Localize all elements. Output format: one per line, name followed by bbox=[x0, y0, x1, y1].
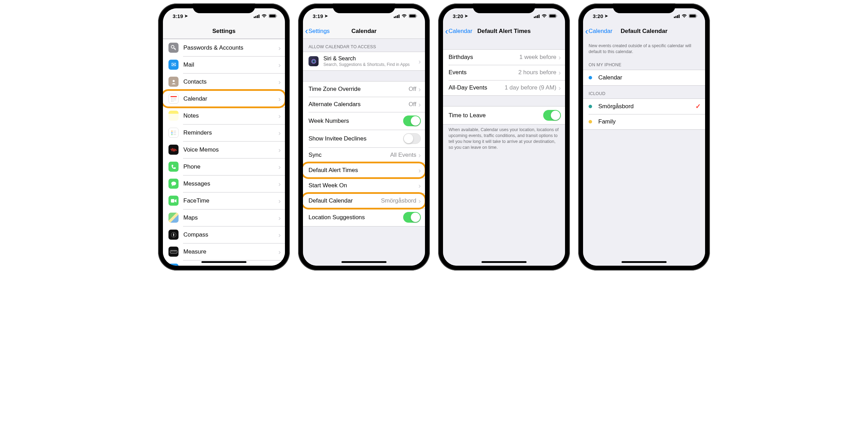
time-zone-override-row[interactable]: Time Zone Override Off › bbox=[303, 82, 425, 97]
chevron-icon: › bbox=[278, 197, 281, 205]
row-subtitle: Search, Suggestions & Shortcuts, Find in… bbox=[323, 62, 418, 67]
chevron-icon: › bbox=[558, 68, 561, 77]
birthdays-row[interactable]: Birthdays 1 week before › bbox=[443, 50, 565, 65]
settings-row-facetime[interactable]: FaceTime › bbox=[163, 192, 285, 209]
status-time: 3:19 bbox=[313, 13, 323, 19]
svg-rect-38 bbox=[396, 16, 397, 18]
page-title: Default Alert Times bbox=[477, 28, 531, 35]
nav-bar: ‹ Calendar Default Calendar bbox=[583, 24, 705, 39]
calendar-option-local[interactable]: Calendar bbox=[583, 70, 705, 85]
settings-row-messages[interactable]: Messages › bbox=[163, 175, 285, 192]
svg-rect-49 bbox=[539, 15, 540, 18]
row-label: Alternate Calendars bbox=[309, 101, 409, 108]
back-label: Calendar bbox=[589, 28, 613, 35]
location-icon: ➤ bbox=[324, 14, 328, 18]
back-button[interactable]: ‹ Settings bbox=[305, 26, 330, 36]
chevron-icon: › bbox=[278, 95, 281, 103]
events-row[interactable]: Events 2 hours before › bbox=[443, 65, 565, 80]
section-footer: When available, Calendar uses your locat… bbox=[443, 125, 565, 153]
settings-row-compass[interactable]: Compass › bbox=[163, 226, 285, 243]
row-label: All-Day Events bbox=[449, 84, 505, 91]
dot-icon bbox=[589, 120, 592, 123]
start-week-on-row[interactable]: Start Week On › bbox=[303, 178, 425, 193]
notch bbox=[333, 3, 395, 13]
phone-frame-3: 3:20 ➤ ‹ Calendar Default Alert Times Bi… bbox=[438, 3, 570, 271]
row-label: Calendar bbox=[183, 95, 278, 102]
row-label: Default Calendar bbox=[309, 197, 381, 204]
voice-memos-icon bbox=[168, 145, 179, 155]
settings-row-reminders[interactable]: Reminders › bbox=[163, 124, 285, 141]
svg-rect-29 bbox=[171, 199, 174, 203]
default-alert-times-row[interactable]: Default Alert Times › bbox=[303, 163, 425, 178]
settings-row-mail[interactable]: ✉︎ Mail › bbox=[163, 56, 285, 73]
chevron-icon: › bbox=[278, 265, 281, 266]
header-description: New events created outside of a specific… bbox=[583, 39, 705, 57]
siri-icon bbox=[309, 56, 319, 66]
week-numbers-toggle[interactable] bbox=[403, 115, 421, 126]
svg-rect-56 bbox=[679, 15, 680, 18]
settings-row-contacts[interactable]: Contacts › bbox=[163, 73, 285, 90]
chevron-icon: › bbox=[278, 214, 281, 222]
facetime-icon bbox=[168, 196, 179, 206]
home-indicator[interactable] bbox=[481, 261, 527, 263]
time-to-leave-toggle[interactable] bbox=[543, 110, 561, 121]
settings-row-notes[interactable]: Notes › bbox=[163, 107, 285, 124]
settings-row-voice-memos[interactable]: Voice Memos › bbox=[163, 141, 285, 158]
home-indicator[interactable] bbox=[622, 261, 667, 263]
alternate-calendars-row[interactable]: Alternate Calendars Off › bbox=[303, 97, 425, 112]
settings-row-calendar[interactable]: Calendar › bbox=[163, 90, 285, 107]
phone-frame-4: 3:20 ➤ ‹ Calendar Default Calendar New e… bbox=[578, 3, 710, 271]
back-button[interactable]: ‹ Calendar bbox=[585, 26, 613, 37]
row-label: Mail bbox=[183, 61, 278, 68]
location-suggestions-toggle[interactable] bbox=[403, 212, 421, 223]
row-label: Location Suggestions bbox=[309, 214, 403, 221]
svg-point-19 bbox=[175, 100, 176, 100]
home-indicator[interactable] bbox=[201, 261, 246, 263]
dot-icon bbox=[589, 105, 592, 108]
siri-search-row[interactable]: Siri & Search Search, Suggestions & Shor… bbox=[303, 52, 425, 70]
chevron-back-icon: ‹ bbox=[445, 26, 448, 37]
row-label: FaceTime bbox=[183, 197, 278, 204]
battery-icon bbox=[269, 14, 277, 18]
svg-rect-3 bbox=[259, 15, 260, 18]
svg-rect-39 bbox=[397, 15, 398, 18]
back-button[interactable]: ‹ Calendar bbox=[445, 26, 472, 37]
settings-row-maps[interactable]: Maps › bbox=[163, 209, 285, 226]
svg-point-23 bbox=[171, 132, 172, 133]
chevron-icon: › bbox=[558, 84, 561, 92]
settings-row-measure[interactable]: Measure › bbox=[163, 243, 285, 260]
chevron-icon: › bbox=[278, 180, 281, 188]
chevron-icon: › bbox=[418, 151, 421, 159]
chevron-icon: › bbox=[278, 146, 281, 154]
maps-icon bbox=[168, 213, 179, 223]
chevron-icon: › bbox=[278, 163, 281, 171]
row-label: Sync bbox=[309, 152, 390, 159]
svg-rect-59 bbox=[697, 15, 697, 17]
row-label: Reminders bbox=[183, 129, 278, 136]
check-icon: ✓ bbox=[695, 102, 701, 110]
sync-row[interactable]: Sync All Events › bbox=[303, 147, 425, 163]
chevron-icon: › bbox=[418, 166, 421, 174]
default-calendar-row[interactable]: Default Calendar Smörgåsbord › bbox=[303, 193, 425, 208]
settings-row-passwords[interactable]: Passwords & Accounts › bbox=[163, 39, 285, 56]
svg-point-28 bbox=[171, 181, 176, 185]
chevron-icon: › bbox=[278, 129, 281, 137]
svg-rect-52 bbox=[557, 15, 557, 17]
home-indicator[interactable] bbox=[341, 261, 387, 263]
row-label: Siri & Search bbox=[323, 55, 418, 62]
wifi-icon bbox=[261, 14, 267, 18]
nav-bar: ‹ Settings Calendar bbox=[303, 24, 425, 39]
mail-icon: ✉︎ bbox=[168, 60, 179, 70]
contacts-icon bbox=[168, 77, 179, 87]
chevron-icon: › bbox=[278, 44, 281, 52]
calendar-option-family[interactable]: Family bbox=[583, 114, 705, 129]
invitee-declines-toggle[interactable] bbox=[403, 133, 421, 144]
row-label: Show Invitee Declines bbox=[309, 135, 403, 142]
settings-row-phone[interactable]: Phone › bbox=[163, 158, 285, 175]
row-label: Passwords & Accounts bbox=[183, 44, 278, 51]
show-invitee-declines-row: Show Invitee Declines bbox=[303, 130, 425, 147]
all-day-events-row[interactable]: All-Day Events 1 day before (9 AM) › bbox=[443, 80, 565, 95]
svg-rect-5 bbox=[269, 15, 276, 17]
calendar-option-smorgasbord[interactable]: Smörgåsbord ✓ bbox=[583, 99, 705, 114]
chevron-icon: › bbox=[418, 57, 421, 66]
